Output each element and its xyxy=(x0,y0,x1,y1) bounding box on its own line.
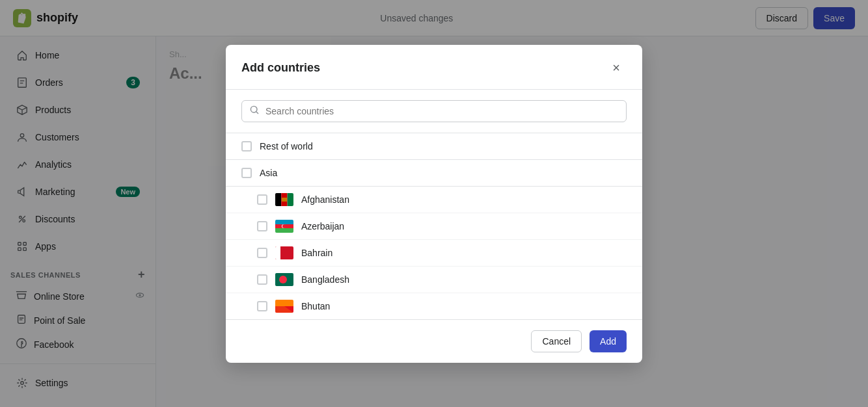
azerbaijan-checkbox[interactable] xyxy=(257,221,267,231)
modal-close-button[interactable]: × xyxy=(606,58,627,79)
svg-rect-17 xyxy=(288,193,293,206)
bangladesh-flag xyxy=(275,273,293,286)
list-item[interactable]: Bhutan xyxy=(226,293,642,319)
modal-title: Add countries xyxy=(241,61,320,75)
search-icon xyxy=(249,105,260,118)
modal-header: Add countries × xyxy=(226,45,642,90)
asia-group[interactable]: Asia xyxy=(226,160,642,187)
modal-footer: Cancel Add xyxy=(226,319,642,363)
search-wrapper xyxy=(241,100,627,122)
svg-rect-21 xyxy=(275,228,293,233)
svg-point-14 xyxy=(251,106,257,112)
country-list: Rest of world Asia Afghanistan xyxy=(226,133,642,319)
rest-of-world-group[interactable]: Rest of world xyxy=(226,133,642,160)
add-button[interactable]: Add xyxy=(590,330,627,352)
list-item[interactable]: Bahrain xyxy=(226,240,642,267)
bangladesh-name: Bangladesh xyxy=(301,274,349,285)
list-item[interactable]: Afghanistan xyxy=(226,187,642,213)
svg-rect-15 xyxy=(275,193,281,206)
list-item[interactable]: Bangladesh xyxy=(226,267,642,293)
svg-rect-18 xyxy=(282,198,287,202)
asia-checkbox[interactable] xyxy=(241,168,252,178)
cancel-button[interactable]: Cancel xyxy=(531,330,582,352)
svg-point-23 xyxy=(282,224,286,228)
afghanistan-flag xyxy=(275,193,293,206)
bahrain-name: Bahrain xyxy=(301,248,332,258)
azerbaijan-name: Azerbaijan xyxy=(301,221,344,231)
asia-label: Asia xyxy=(260,168,277,178)
bhutan-flag xyxy=(275,300,293,313)
modal-overlay: Add countries × Rest of world xyxy=(0,0,868,407)
svg-point-28 xyxy=(279,276,287,283)
modal-body: Rest of world Asia Afghanistan xyxy=(226,133,642,319)
afghanistan-name: Afghanistan xyxy=(301,194,349,205)
add-countries-modal: Add countries × Rest of world xyxy=(226,45,642,363)
list-item[interactable]: Azerbaijan xyxy=(226,213,642,240)
modal-search-area xyxy=(226,90,642,133)
search-input[interactable] xyxy=(241,100,627,122)
svg-rect-19 xyxy=(275,220,293,224)
rest-of-world-label: Rest of world xyxy=(260,141,313,151)
bhutan-checkbox[interactable] xyxy=(257,301,267,311)
rest-of-world-checkbox[interactable] xyxy=(241,141,252,151)
bhutan-name: Bhutan xyxy=(301,301,330,311)
azerbaijan-flag xyxy=(275,220,293,233)
bangladesh-checkbox[interactable] xyxy=(257,274,267,285)
bahrain-checkbox[interactable] xyxy=(257,248,267,258)
afghanistan-checkbox[interactable] xyxy=(257,194,267,205)
svg-rect-25 xyxy=(275,246,280,259)
bahrain-flag xyxy=(275,246,293,259)
